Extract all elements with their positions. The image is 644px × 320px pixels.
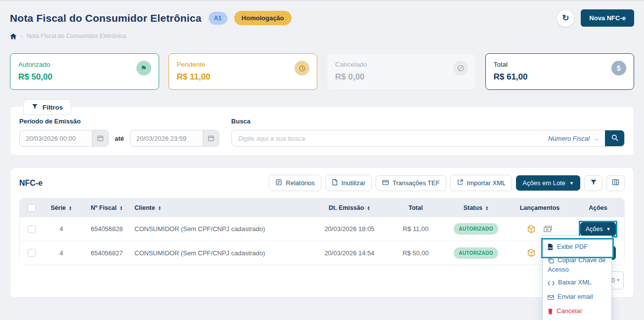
pagination: 10 ▼ bbox=[19, 271, 625, 289]
nfce-panel: NFC-e Relatórios Inutilizar Transações T… bbox=[10, 167, 634, 298]
card-machine-icon bbox=[382, 179, 389, 187]
card-cancelado-label: Cancelado bbox=[335, 61, 468, 68]
funnel-icon bbox=[590, 179, 597, 187]
reports-label: Relatórios bbox=[286, 179, 315, 187]
sort-icon[interactable]: ▲▼ bbox=[158, 205, 161, 210]
void-label: Inutilizar bbox=[342, 179, 365, 187]
card-total-label: Total bbox=[494, 61, 626, 68]
col-lancamentos: Lançamentos bbox=[508, 204, 572, 211]
col-emissao-label: Dt. Emissão bbox=[329, 204, 364, 211]
refresh-button[interactable]: ↻ bbox=[557, 10, 574, 27]
cell-fiscal: 654056827 bbox=[79, 249, 134, 257]
row-actions-label: Ações bbox=[586, 226, 603, 233]
chevron-down-icon[interactable]: ⌄ bbox=[595, 135, 599, 142]
col-fiscal[interactable]: Nº Fiscal▲▼ bbox=[79, 204, 134, 211]
card-autorizado-label: Autorizado bbox=[18, 61, 151, 68]
cell-total: R$ 11,00 bbox=[387, 225, 444, 233]
trash-icon bbox=[548, 308, 553, 317]
row-actions-button[interactable]: Ações ▼ bbox=[580, 222, 616, 236]
col-lancamentos-label: Lançamentos bbox=[520, 204, 560, 211]
col-acoes-label: Ações bbox=[589, 204, 607, 211]
sort-icon[interactable]: ▲▼ bbox=[69, 205, 72, 210]
search-button[interactable] bbox=[605, 130, 624, 147]
svg-text:PDF: PDF bbox=[549, 247, 553, 249]
sort-icon[interactable]: ▲▼ bbox=[367, 205, 370, 210]
search-type-select[interactable]: Número Fiscal bbox=[548, 135, 590, 142]
menu-item-label: Enviar email bbox=[558, 293, 593, 300]
card-pendente-value: R$ 11,00 bbox=[177, 72, 309, 82]
tef-button[interactable]: Transações TEF bbox=[376, 175, 446, 191]
card-cancelado[interactable]: Cancelado R$ 0,00 bbox=[327, 53, 476, 90]
columns-button[interactable] bbox=[606, 175, 625, 191]
import-xml-label: Importar XML bbox=[467, 179, 506, 187]
breadcrumb: › Nota Fiscal do Consumidor Eletrônica bbox=[10, 33, 634, 40]
filters-tab[interactable]: Filtros bbox=[23, 99, 71, 115]
search-label: Busca bbox=[231, 118, 625, 125]
import-xml-button[interactable]: Importar XML bbox=[450, 175, 513, 191]
sort-icon[interactable]: ▲▼ bbox=[120, 205, 123, 210]
col-serie[interactable]: Série▲▼ bbox=[43, 204, 79, 211]
status-badge: AUTORIZADO bbox=[454, 223, 498, 235]
financial-icon[interactable] bbox=[543, 225, 553, 233]
period-filter: Período de Emissão até bbox=[19, 118, 219, 147]
code-icon bbox=[548, 280, 555, 288]
menu-item-enviar-email[interactable]: Enviar email bbox=[543, 290, 611, 305]
menu-item-exibir-pdf[interactable]: PDFExibir PDF bbox=[541, 238, 614, 258]
select-all-checkbox[interactable] bbox=[28, 204, 36, 212]
import-icon bbox=[457, 179, 464, 187]
menu-item-baixar-xml[interactable]: Baixar XML bbox=[543, 276, 611, 290]
col-cliente-label: Cliente bbox=[134, 204, 155, 211]
search-input[interactable] bbox=[232, 135, 548, 142]
card-autorizado[interactable]: Autorizado R$ 50,00 ⚑ bbox=[10, 53, 159, 90]
card-pendente[interactable]: Pendente R$ 11,00 bbox=[169, 53, 318, 90]
calendar-icon[interactable] bbox=[203, 130, 219, 146]
calendar-icon[interactable] bbox=[92, 130, 108, 146]
col-total-label: Total bbox=[409, 204, 423, 211]
funnel-icon bbox=[32, 103, 38, 111]
cell-cliente: CONSUMIDOR (Sem CPF/CNPJ cadastrado) bbox=[134, 249, 312, 257]
col-cliente[interactable]: Cliente▲▼ bbox=[134, 204, 312, 211]
date-to-input[interactable] bbox=[130, 130, 203, 146]
new-nfce-button[interactable]: Nova NFC-e bbox=[581, 9, 634, 27]
row-checkbox[interactable] bbox=[28, 225, 36, 233]
pdf-icon: PDF bbox=[547, 243, 554, 252]
report-icon bbox=[275, 179, 282, 187]
environment-badge: Homologação bbox=[234, 11, 292, 25]
row-checkbox[interactable] bbox=[28, 249, 36, 257]
cell-serie: 4 bbox=[43, 249, 79, 257]
col-total: Total bbox=[387, 204, 444, 211]
col-emissao[interactable]: Dt. Emissão▲▼ bbox=[312, 204, 387, 211]
top-header: Nota Fiscal do Consumidor Eletrônica A1 … bbox=[0, 1, 644, 40]
breadcrumb-current: Nota Fiscal do Consumidor Eletrônica bbox=[27, 33, 126, 40]
clock-icon bbox=[295, 61, 309, 76]
page: Nota Fiscal do Consumidor Eletrônica A1 … bbox=[0, 0, 644, 320]
batch-actions-button[interactable]: Ações em Lote ▼ bbox=[516, 175, 580, 191]
card-pendente-label: Pendente bbox=[177, 61, 309, 68]
cell-cliente: CONSUMIDOR (Sem CPF/CNPJ cadastrado) bbox=[134, 225, 312, 233]
summary-cards: Autorizado R$ 50,00 ⚑ Pendente R$ 11,00 … bbox=[10, 53, 634, 90]
card-total[interactable]: Total R$ 61,00 $ bbox=[485, 53, 635, 90]
tef-label: Transações TEF bbox=[392, 179, 439, 187]
page-title: Nota Fiscal do Consumidor Eletrônica bbox=[10, 12, 202, 24]
reports-button[interactable]: Relatórios bbox=[269, 175, 321, 191]
col-acoes: Ações bbox=[572, 204, 624, 211]
sort-icon[interactable]: ▲▼ bbox=[485, 205, 488, 210]
panel-title: NFC-e bbox=[19, 179, 43, 188]
dollar-icon: $ bbox=[611, 61, 626, 76]
filters-panel: Filtros Período de Emissão até bbox=[10, 106, 634, 156]
void-button[interactable]: Inutilizar bbox=[325, 175, 372, 191]
col-fiscal-label: Nº Fiscal bbox=[91, 204, 117, 211]
table-filter-button[interactable] bbox=[584, 175, 602, 191]
home-icon[interactable] bbox=[10, 33, 17, 40]
refresh-icon: ↻ bbox=[562, 13, 569, 23]
stock-cube-icon[interactable] bbox=[527, 248, 536, 257]
date-from-input[interactable] bbox=[20, 130, 92, 146]
search-filter: Busca Número Fiscal ⌄ bbox=[231, 118, 625, 147]
col-serie-label: Série bbox=[50, 204, 66, 211]
search-icon bbox=[611, 134, 619, 143]
ban-icon bbox=[453, 61, 468, 76]
stock-cube-icon[interactable] bbox=[527, 225, 536, 234]
menu-item-cancelar[interactable]: Cancelar bbox=[543, 305, 611, 319]
envelope-icon bbox=[548, 294, 554, 302]
col-status[interactable]: Status▲▼ bbox=[444, 204, 508, 211]
